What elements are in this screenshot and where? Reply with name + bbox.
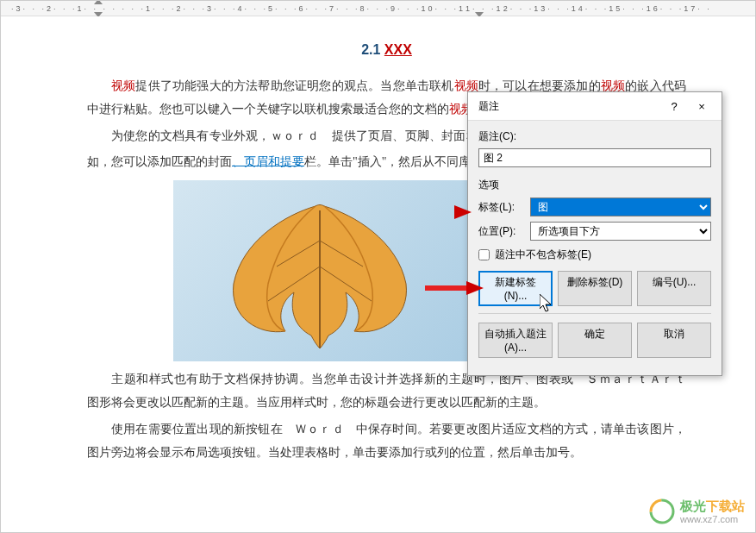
position-field-label: 位置(P): [478,224,523,239]
dialog-title: 题注 [478,99,499,114]
label-select[interactable]: 图 [530,198,711,216]
options-section-label: 选项 [478,178,711,192]
watermark: 极光下载站 www.xz7.com [649,499,745,525]
auto-caption-button[interactable]: 自动插入题注(A)... [478,323,553,358]
close-button[interactable]: × [689,97,715,115]
horizontal-ruler: ·3· · ·2· · ·1· · · · · · ·1· · ·2· · ·3… [1,1,755,16]
exclude-label-checkbox[interactable] [478,249,490,260]
heading-text: XXX [384,42,412,57]
position-select[interactable]: 所选项目下方 [530,222,711,241]
dialog-titlebar[interactable]: 题注 ? × [468,92,722,121]
exclude-label-text: 题注中不包含标签(E) [495,248,591,262]
ruler-indent-marker-top[interactable] [94,0,103,4]
caption-input[interactable] [478,148,711,167]
heading-2-1: 2.1 XXX [87,42,686,58]
cancel-button[interactable]: 取消 [637,323,711,358]
label-field-label: 标签(L): [478,200,523,215]
document-image[interactable] [173,180,488,361]
new-label-button[interactable]: 新建标签(N)... [478,271,553,306]
caption-field-label: 题注(C): [478,129,711,144]
caption-dialog: 题注 ? × 题注(C): 选项 标签(L): 图 位置(P): 所选项目下方 … [467,91,722,376]
leaf-image-icon [208,198,423,353]
ok-button[interactable]: 确定 [558,323,632,358]
numbering-button[interactable]: 编号(U)... [637,271,711,306]
heading-number: 2.1 [361,42,384,57]
delete-label-button[interactable]: 删除标签(D) [558,271,632,306]
watermark-url: www.xz7.com [680,514,745,525]
ruler-text: ·3· · ·2· · ·1· · · · · · ·1· · ·2· · ·3… [11,4,712,13]
paragraph-4: 使用在需要位置出现的新按钮在 Ｗｏｒｄ 中保存时间。若要更改图片适应文档的方式，… [87,418,686,464]
watermark-logo-icon [649,499,675,524]
help-button[interactable]: ? [661,97,687,115]
divider [478,313,711,314]
